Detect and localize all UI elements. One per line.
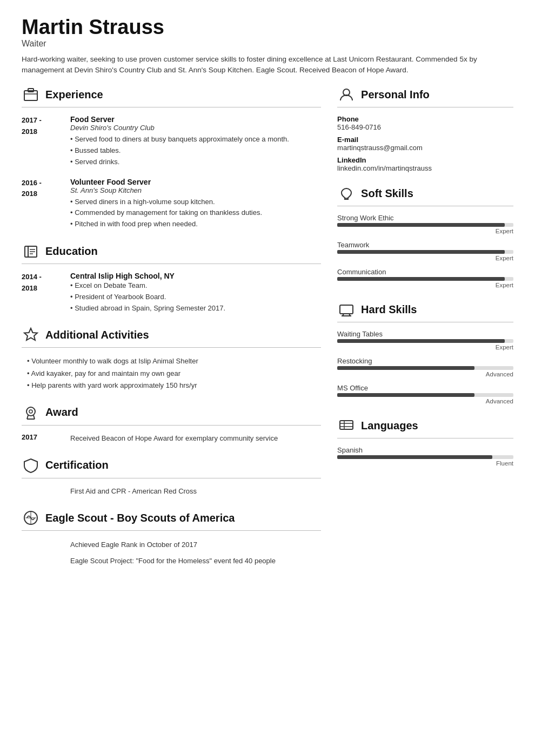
activities-divider: [22, 347, 321, 348]
candidate-name: Martin Strauss: [22, 16, 513, 39]
certification-icon: [22, 456, 40, 475]
experience-header: Experience: [22, 85, 321, 104]
personal-info-icon: [337, 85, 356, 104]
edu-date-1: 2014 -2018: [22, 272, 59, 314]
experience-title: Experience: [45, 89, 103, 101]
certification-header: Certification: [22, 456, 321, 475]
job-title-2: Volunteer Food Server: [70, 178, 321, 186]
job-org-1: Devin Shiro's Country Club: [70, 124, 321, 132]
activity-item: Volunteer monthly to walk dogs at Islip …: [27, 355, 321, 367]
experience-section: Experience 2017 -2018 Food Server Devin …: [22, 85, 321, 230]
certification-text: First Aid and CPR - American Red Cross: [22, 486, 321, 497]
experience-entry-1: 2017 -2018 Food Server Devin Shiro's Cou…: [22, 115, 321, 167]
activities-icon: [22, 326, 40, 344]
svg-marker-8: [24, 328, 37, 340]
soft-skill-2: Teamwork Expert: [337, 241, 513, 261]
experience-divider: [22, 107, 321, 107]
bullet: Pitched in with food prep when needed.: [70, 219, 321, 230]
skill-bar-bg: [337, 277, 513, 281]
skill-bar-fill: [337, 250, 505, 254]
svg-rect-20: [340, 305, 353, 314]
header-section: Martin Strauss Waiter Hard-working waite…: [22, 16, 513, 76]
email-label: E-mail: [337, 136, 513, 144]
job-org-2: St. Ann's Soup Kitchen: [70, 186, 321, 194]
education-section: Education 2014 -2018 Central Islip High …: [22, 242, 321, 314]
svg-line-11: [34, 415, 35, 419]
skill-level: Expert: [337, 282, 513, 288]
skill-bar-bg: [337, 366, 513, 370]
email-block: E-mail martinqstrauss@gmail.com: [337, 136, 513, 152]
skill-level: Expert: [337, 228, 513, 234]
education-header: Education: [22, 242, 321, 260]
skill-level: Expert: [337, 344, 513, 350]
award-entry-1: 2017 Received Beacon of Hope Award for e…: [22, 433, 321, 444]
language-1: Spanish Fluent: [337, 446, 513, 467]
skill-bar-fill: [337, 393, 474, 397]
skill-level: Fluent: [337, 460, 513, 467]
education-entry-1: 2014 -2018 Central Islip High School, NY…: [22, 272, 321, 314]
personal-info-header: Personal Info: [337, 85, 513, 104]
bullet: Excel on Debate Team.: [70, 280, 321, 292]
bullet: President of Yearbook Board.: [70, 292, 321, 303]
skill-level: Advanced: [337, 371, 513, 377]
resume-page: Martin Strauss Waiter Hard-working waite…: [0, 0, 535, 756]
skill-name: Teamwork: [337, 241, 513, 249]
personal-info-divider: [337, 107, 513, 107]
award-year-1: 2017: [22, 433, 59, 444]
job-bullets-1: Served food to diners at busy banquets a…: [70, 134, 321, 167]
skill-bar-fill: [337, 339, 505, 343]
soft-skills-section: Soft Skills Strong Work Ethic Expert Tea…: [337, 184, 513, 288]
experience-date-1: 2017 -2018: [22, 115, 59, 167]
experience-entry-2: 2016 -2018 Volunteer Food Server St. Ann…: [22, 178, 321, 230]
soft-skills-header: Soft Skills: [337, 184, 513, 202]
activity-item: Avid kayaker, pay for and maintain my ow…: [27, 368, 321, 380]
svg-rect-24: [340, 421, 353, 429]
eagle-scout-text: Achieved Eagle Rank in October of 2017 E…: [22, 538, 321, 567]
skill-bar-bg: [337, 455, 513, 459]
eagle-scout-section: Eagle Scout - Boy Scouts of America Achi…: [22, 509, 321, 567]
candidate-summary: Hard-working waiter, seeking to use prov…: [22, 54, 513, 76]
phone-value: 516-849-0716: [337, 123, 513, 131]
skill-name: Communication: [337, 268, 513, 276]
award-header: Award: [22, 403, 321, 422]
eagle-line-1: Achieved Eagle Rank in October of 2017: [70, 538, 321, 551]
eagle-scout-divider: [22, 530, 321, 531]
bullet: Served food to diners at busy banquets a…: [70, 134, 321, 145]
candidate-title: Waiter: [22, 39, 513, 49]
skill-bar-fill: [337, 223, 505, 227]
languages-header: Languages: [337, 416, 513, 435]
hard-skill-1: Waiting Tables Expert: [337, 330, 513, 350]
job-bullets-2: Served diners in a high-volume soup kitc…: [70, 197, 321, 230]
activities-section: Additional Activities Volunteer monthly …: [22, 326, 321, 391]
skill-bar-fill: [337, 366, 474, 370]
skill-bar-fill: [337, 277, 505, 281]
hard-skill-2: Restocking Advanced: [337, 357, 513, 377]
linkedin-block: LinkedIn linkedin.com/in/martinqstrauss: [337, 156, 513, 172]
email-value: martinqstrauss@gmail.com: [337, 144, 513, 152]
certification-divider: [22, 478, 321, 478]
languages-icon: [337, 416, 356, 435]
award-section: Award 2017 Received Beacon of Hope Award…: [22, 403, 321, 444]
eagle-scout-header: Eagle Scout - Boy Scouts of America: [22, 509, 321, 527]
school-name-1: Central Islip High School, NY: [70, 272, 321, 280]
activities-header: Additional Activities: [22, 326, 321, 344]
education-divider: [22, 264, 321, 264]
experience-content-2: Volunteer Food Server St. Ann's Soup Kit…: [70, 178, 321, 230]
personal-info-title: Personal Info: [361, 89, 430, 101]
hard-skills-section: Hard Skills Waiting Tables Expert Restoc…: [337, 300, 513, 404]
languages-section: Languages Spanish Fluent: [337, 416, 513, 467]
skill-bar-bg: [337, 393, 513, 397]
certification-title: Certification: [45, 459, 109, 471]
skill-bar-bg: [337, 339, 513, 343]
bullet: Commended by management for taking on th…: [70, 207, 321, 219]
eagle-line-2: Eagle Scout Project: "Food for the Homel…: [70, 555, 321, 567]
linkedin-value: linkedin.com/in/martinqstrauss: [337, 164, 513, 172]
skill-name: Waiting Tables: [337, 330, 513, 338]
left-column: Experience 2017 -2018 Food Server Devin …: [22, 85, 321, 579]
certification-section: Certification First Aid and CPR - Americ…: [22, 456, 321, 497]
svg-point-9: [26, 407, 35, 416]
activity-item: Help parents with yard work approximatel…: [27, 380, 321, 392]
two-column-layout: Experience 2017 -2018 Food Server Devin …: [22, 85, 513, 579]
bullet: Served diners in a high-volume soup kitc…: [70, 197, 321, 208]
soft-skills-divider: [337, 206, 513, 206]
